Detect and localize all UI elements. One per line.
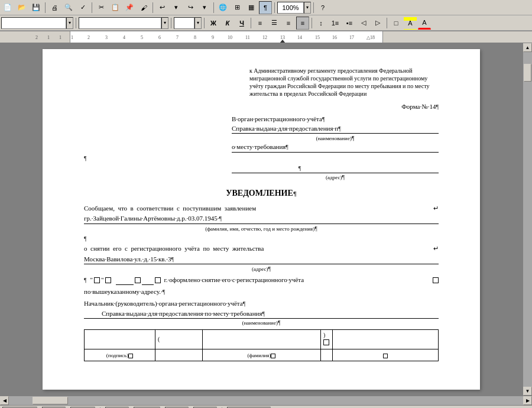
align-left-button[interactable]: ≡: [254, 17, 267, 30]
sep-10: [251, 18, 251, 28]
familiya-cell: (фамилия): [203, 349, 321, 361]
style-input[interactable]: Обычный + Сле: [1, 17, 66, 29]
signature-table: ( ) (подпись) (фамилия): [84, 329, 439, 361]
decrease-indent-button[interactable]: ◁: [357, 17, 370, 30]
font-arrow[interactable]: ▾: [161, 17, 168, 29]
zoom-input[interactable]: 100%: [277, 2, 304, 14]
web-button[interactable]: 🌐: [216, 1, 229, 14]
ruler-mark: 8: [194, 35, 196, 40]
scroll-left-button[interactable]: ◀: [0, 396, 9, 405]
statusbar: На 1,5см Ст 1 Кол 1 ЗАП ИСПР ВДЛ ЗАМ рус…: [0, 405, 532, 408]
redo-dropdown-button[interactable]: ▾: [198, 1, 211, 14]
doc-scroll[interactable]: к Административному регламенту предостав…: [0, 43, 523, 396]
copy-button[interactable]: 📋: [109, 1, 122, 14]
checkbox-3: [135, 277, 141, 283]
redo-button[interactable]: ↪: [184, 1, 197, 14]
zoom-arrow[interactable]: ▾: [304, 2, 311, 14]
align-center-button[interactable]: ☰: [268, 17, 281, 30]
po-vysh-text: по·вышеуказанному·адресу.·¶: [84, 287, 439, 296]
font-dropdown[interactable]: Times New Roman ▾: [79, 17, 168, 29]
style-dropdown[interactable]: Обычный + Сле ▾: [1, 17, 73, 29]
paste-button[interactable]: 📌: [123, 1, 136, 14]
ruler-mark: 1: [71, 35, 73, 40]
line-spacing-button[interactable]: ↕: [314, 17, 327, 30]
ruler-mark: 2: [35, 35, 38, 40]
form-number-section: Форма·№·14¶: [84, 102, 439, 111]
spravka2-text: Справка·выдана·для·предоставления·по·мес…: [84, 309, 439, 319]
font-name-input[interactable]: Times New Roman: [79, 17, 161, 29]
highlight-button[interactable]: A: [404, 17, 417, 30]
insert-table-button[interactable]: ⊞: [231, 1, 244, 14]
ruler-mark: △18: [366, 35, 375, 40]
size-arrow[interactable]: ▾: [194, 17, 202, 29]
size-dropdown[interactable]: 10 ▾: [174, 17, 202, 29]
naim2-caption: (наименование)¶: [84, 319, 439, 327]
adres-caption: (адрес)¶: [232, 173, 439, 182]
toolbar-row-2: Обычный + Сле ▾ Times New Roman ▾ 10 ▾ Ж…: [0, 15, 532, 31]
font-color-button[interactable]: A: [418, 17, 431, 30]
checkbox-row: ¶ " " г.·оформлено·снятие·его·с·регистра…: [84, 276, 439, 285]
ruler-mark: 11: [245, 35, 250, 40]
undo-button[interactable]: ↩: [155, 1, 168, 14]
ruler-mark: 10: [228, 35, 232, 40]
document-page: к Административному регламенту предостав…: [43, 49, 480, 390]
help-button[interactable]: ?: [316, 1, 329, 14]
underline-button[interactable]: Ч: [235, 17, 248, 30]
save-button[interactable]: 💾: [30, 1, 43, 14]
ruler: 2 1 1 1 2 3 4 5 6 7 8 9 10 11 12 13 14 1…: [0, 31, 532, 43]
scroll-track[interactable]: [523, 52, 532, 387]
checkbox-4: [155, 277, 161, 283]
ruler-mark: 5: [141, 35, 143, 40]
scroll-thumb-h[interactable]: [33, 397, 68, 404]
print-button[interactable]: 🖨: [48, 1, 61, 14]
increase-indent-button[interactable]: ▷: [371, 17, 384, 30]
scroll-track-h[interactable]: [9, 396, 523, 405]
famio-caption: (фамилия, имя, отчество, год и место рож…: [84, 225, 439, 233]
columns-button[interactable]: ▦: [245, 1, 258, 14]
sep-6: [313, 2, 314, 13]
justify-button[interactable]: ≡: [296, 17, 309, 30]
cut-button[interactable]: ✂: [95, 1, 108, 14]
header-section: к Административному регламенту предостав…: [249, 67, 439, 98]
scroll-thumb[interactable]: [524, 64, 531, 82]
ruler-mark: 3: [105, 35, 108, 40]
cell-right-1: ): [321, 330, 333, 349]
scroll-down-button[interactable]: ▼: [523, 387, 532, 396]
cell-empty-2: [333, 330, 439, 349]
cell-empty-4: [321, 349, 333, 361]
open-button[interactable]: 📂: [15, 1, 28, 14]
italic-button[interactable]: К: [221, 17, 234, 30]
toolbar-area: 📄 📂 💾 🖨 🔍 ✓ ✂ 📋 📌 🖌 ↩ ▾ ↪ ▾ 🌐 ⊞ ▦ ¶ 100%…: [0, 0, 532, 31]
o-snyatii-line: о снятии его с регистрационного учёта по…: [84, 244, 439, 253]
bold-button[interactable]: Ж: [207, 17, 220, 30]
naimenovanie-caption: (наименование)¶: [232, 134, 439, 143]
ruler-mark: 15: [315, 35, 320, 40]
cell-sign-blank: (: [155, 330, 203, 349]
spellcheck-button[interactable]: ✓: [76, 1, 89, 14]
ruler-mark: 4: [123, 35, 125, 40]
preview-button[interactable]: 🔍: [62, 1, 75, 14]
sep-4: [213, 2, 214, 13]
scroll-up-button[interactable]: ▲: [523, 43, 532, 52]
ruler-mark: 1: [47, 35, 50, 40]
sep-11: [312, 18, 312, 28]
style-arrow[interactable]: ▾: [66, 17, 73, 29]
show-hide-button[interactable]: ¶: [259, 1, 272, 14]
bullets-button[interactable]: •≡: [343, 17, 356, 30]
scroll-right-button[interactable]: ▶: [523, 396, 532, 405]
numbering-button[interactable]: 1≡: [329, 17, 342, 30]
font-size-input[interactable]: 10: [174, 17, 194, 29]
ruler-mark: 7: [176, 35, 179, 40]
horizontal-scrollbar[interactable]: ◀ ▶: [0, 396, 532, 405]
undo-dropdown-button[interactable]: ▾: [170, 1, 183, 14]
zoom-dropdown[interactable]: 100% ▾: [277, 2, 311, 14]
format-painter-button[interactable]: 🖌: [137, 1, 150, 14]
border-button[interactable]: □: [390, 17, 403, 30]
form-number: Форма·№·14¶: [401, 103, 439, 110]
sep-5: [274, 2, 275, 13]
ruler-mark: 17: [349, 35, 354, 40]
new-button[interactable]: 📄: [1, 1, 14, 14]
align-right-button[interactable]: ≡: [282, 17, 295, 30]
ruler-mark: 1: [59, 35, 61, 40]
vertical-scrollbar[interactable]: ▲ ▼: [523, 43, 532, 396]
